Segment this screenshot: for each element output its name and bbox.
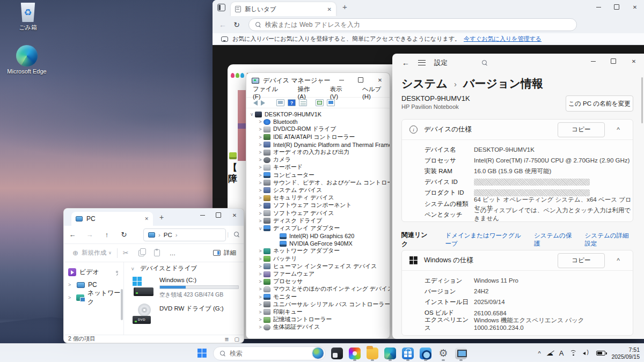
drive-item[interactable]: DVD RW ドライブ (G:) [131,304,244,325]
taskbar-clock[interactable]: 7:51 2025/09/15 [611,346,640,360]
wifi-icon[interactable] [569,350,577,356]
breadcrumb-section[interactable]: システム [401,76,448,91]
cut-icon[interactable]: ✂ [123,249,129,257]
forward-icon[interactable] [261,100,268,106]
help-icon[interactable] [288,99,296,106]
explorer-tab[interactable]: PC ✕ [71,212,153,226]
device-tree-item[interactable]: > カメラ [246,156,390,164]
new-item-button[interactable]: 新規作成 [82,249,106,257]
sidebar-item[interactable]: > ネットワーク [64,291,123,304]
device-tree-item[interactable]: > サウンド、ビデオ、およびゲーム コントローラー [246,179,390,187]
expand-chevron-icon[interactable]: > [257,211,264,216]
expand-chevron-icon[interactable]: > [257,135,264,140]
maximize-button[interactable] [608,0,626,14]
scan-hardware-changes-icon[interactable] [316,99,324,106]
device-tree-item[interactable]: v ディスプレイ アダプター [246,225,390,232]
expand-chevron-icon[interactable]: v [248,112,255,117]
browser-tab[interactable]: 新しいタブ ✕ [231,2,336,16]
expand-chevron-icon[interactable]: > [257,180,264,186]
details-pane-button[interactable]: 詳細 [224,249,236,257]
device-tree-item[interactable]: v DESKTOP-9HUMV1K [246,110,390,118]
expand-chevron-icon[interactable]: > [68,295,73,300]
device-tree-item[interactable]: > ネットワーク アダプター [246,247,390,255]
taskbar-app-button[interactable] [384,346,397,361]
expand-chevron-icon[interactable]: > [257,286,264,292]
taskbar-app-button[interactable] [331,346,343,361]
refresh-icon[interactable]: ↻ [230,20,244,29]
maximize-button[interactable] [603,54,624,69]
up-icon[interactable]: ↑ [98,231,115,239]
copy-icon[interactable] [138,250,144,256]
expand-chevron-icon[interactable]: > [257,195,264,201]
expand-chevron-icon[interactable]: > [257,150,264,155]
expand-chevron-icon[interactable]: > [257,256,264,262]
show-console-tree-icon[interactable] [276,99,284,106]
onedrive-icon[interactable]: ☁ [547,350,553,357]
devices-by-type-icon[interactable] [327,99,335,106]
device-tree-item[interactable]: > ディスク ドライブ [246,217,390,225]
collapse-chevron-icon[interactable]: ^ [611,257,625,264]
taskbar-search-input[interactable] [230,350,299,357]
search-highlight-globe-icon[interactable] [312,348,324,359]
back-icon[interactable] [251,100,258,106]
expand-chevron-icon[interactable]: > [257,309,264,315]
paste-icon[interactable] [154,249,160,256]
taskbar-app-button[interactable] [348,346,361,361]
device-tree-item[interactable]: > ソフトウェア コンポーネント [246,202,390,209]
device-tree-item[interactable]: > ユニバーサル シリアル バス コントローラー [246,301,390,308]
related-link[interactable]: システムの詳細設定 [585,232,633,248]
back-icon[interactable]: ← [64,231,81,239]
expand-chevron-icon[interactable]: > [257,203,264,208]
expand-chevron-icon[interactable]: > [257,127,264,132]
volume-icon[interactable] [583,350,590,356]
new-item-icon[interactable]: ⊕ [72,249,78,257]
expand-chevron-icon[interactable]: > [257,188,264,193]
device-tree-item[interactable]: > キーボード [246,164,390,171]
close-button[interactable] [226,209,243,221]
expand-chevron-icon[interactable]: > [257,173,264,178]
device-tree-item[interactable]: > プロセッサ [246,278,390,285]
desktop-icon-recycle-bin[interactable]: ♻ ごみ箱 [8,3,48,32]
breadcrumb-item[interactable]: PC [164,232,172,238]
taskbar-app-button[interactable] [401,346,414,361]
expand-chevron-icon[interactable]: > [257,317,264,322]
device-tree-item[interactable]: > ヒューマン インターフェイス デバイス [246,263,390,270]
desktop-icon-edge[interactable]: Microsoft Edge [6,45,47,75]
settings-scrollbar[interactable] [641,75,643,333]
hidden-icons-chevron-icon[interactable]: ^ [538,350,541,357]
close-button[interactable] [624,54,644,69]
device-tree-item[interactable]: > Bluetooth [246,118,390,125]
search-icon[interactable] [234,232,239,237]
device-tree-item[interactable]: > 印刷キュー [246,308,390,316]
minimize-button[interactable] [583,54,603,69]
related-link[interactable]: ドメインまたはワークグループ [445,232,521,248]
device-tree-item[interactable]: > ファームウェア [246,270,390,278]
breadcrumb[interactable]: › PC › [143,228,226,241]
device-tree-item[interactable]: > 生体認証デバイス [246,323,390,331]
expand-chevron-icon[interactable]: v [257,226,264,231]
close-button[interactable] [626,0,644,14]
taskbar-app-button[interactable] [366,346,379,361]
maximize-button[interactable] [210,209,226,221]
taskbar-app-button[interactable] [437,346,450,361]
device-tree-item[interactable]: NVIDIA GeForce 940MX [246,240,390,247]
properties-icon[interactable] [299,99,307,106]
new-tab-button[interactable]: + [342,2,347,11]
device-tree-item[interactable]: > DVD/CD-ROM ドライブ [246,125,390,133]
expand-chevron-icon[interactable]: > [257,294,264,300]
device-tree-item[interactable]: > バッテリ [246,255,390,263]
start-button[interactable] [195,347,208,360]
battery-icon[interactable] [596,351,605,356]
ime-mode-indicator[interactable]: A [559,349,564,357]
tab-actions-icon[interactable] [217,4,225,11]
device-tree-item[interactable]: Intel(R) HD Graphics 620 [246,232,390,240]
copy-button[interactable]: コピー [558,253,605,268]
tab-close-icon[interactable]: ✕ [144,216,149,221]
device-tree-item[interactable]: > Intel(R) Dynamic Platform and Thermal … [246,141,390,149]
address-bar[interactable] [248,18,577,31]
device-tree-item[interactable]: > コンピューター [246,172,390,179]
expand-chevron-icon[interactable]: > [257,324,264,330]
list-view-icon[interactable]: ≣ [224,336,229,342]
device-tree-item[interactable]: > システム デバイス [246,187,390,194]
drive-item[interactable]: Windows (C:) 空き領域 423 GB/474 GB [131,276,244,299]
